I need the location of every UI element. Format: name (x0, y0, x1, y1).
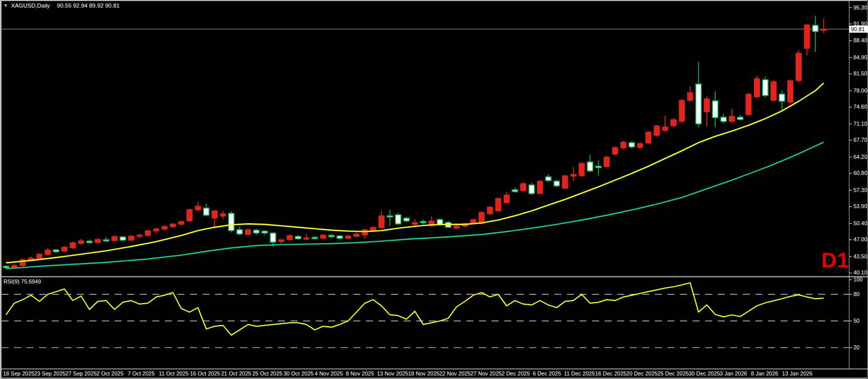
date-axis-label: 18 Nov 2025 (408, 370, 439, 377)
main-chart-plot[interactable] (2, 1, 849, 276)
price-axis-label: 53.90 (853, 203, 867, 210)
price-axis-label: 74.60 (853, 104, 867, 110)
price-axis-label: 64.20 (853, 154, 867, 160)
date-axis-label: 16 Oct 2025 (190, 370, 220, 377)
date-axis-label: 8 Nov 2025 (346, 370, 374, 377)
date-axis-label: 25 Oct 2025 (252, 370, 282, 377)
date-axis-label: 4 Nov 2025 (315, 370, 343, 377)
date-axis-label: 25 Dec 2025 (657, 370, 689, 377)
price-axis-label: 95.30 (853, 5, 867, 11)
date-axis-label: 13 Nov 2025 (377, 370, 408, 377)
rsi-panel[interactable] (2, 277, 849, 368)
price-axis-label: 71.10 (853, 121, 867, 127)
date-axis-label: 13 Jan 2026 (782, 370, 813, 377)
date-axis-label: 7 Oct 2025 (128, 370, 155, 377)
price-axis-label: 60.80 (853, 170, 867, 176)
date-axis-label: 22 Nov 2025 (439, 370, 470, 377)
date-axis-label: 27 Sep 2025 (65, 370, 97, 377)
date-axis-label: 18 Sep 2025 (3, 370, 34, 377)
date-axis-label: 23 Sep 2025 (34, 370, 65, 377)
price-axis-label: 81.50 (853, 70, 867, 77)
rsi-indicator-label: RSI(9) 75.6949 (4, 278, 41, 285)
date-axis-label: 11 Dec 2025 (564, 370, 595, 377)
timeframe-watermark: D1 (821, 249, 849, 271)
price-axis-label: 88.40 (853, 37, 867, 44)
price-axis-label: 43.50 (853, 253, 867, 260)
date-axis-label: 2 Dec 2025 (502, 370, 530, 377)
date-axis-label: 11 Oct 2025 (159, 370, 188, 377)
mt4-chart-window: ▼XAGUSD,Daily90.55 92.94 89.92 90.81 90.… (0, 0, 868, 379)
price-axis-label: 47.00 (853, 236, 867, 243)
price-axis-label: 91.90 (853, 21, 867, 27)
date-axis-label: 27 Nov 2025 (470, 370, 502, 377)
price-axis-label: 57.30 (853, 187, 867, 194)
date-axis-label: 3 Jan 2026 (720, 370, 747, 377)
date-axis-label: 30 Oct 2025 (283, 370, 314, 377)
date-axis-label: 21 Oct 2025 (221, 370, 251, 377)
date-axis-label: 30 Dec 2025 (689, 370, 720, 377)
price-axis-label: 50.40 (853, 220, 867, 227)
rsi-axis-label: 80 (853, 291, 859, 298)
price-axis-label: 67.70 (853, 137, 867, 143)
rsi-axis-label: 50 (853, 318, 859, 324)
date-axis-label: 2 Oct 2025 (97, 370, 124, 377)
price-axis-label: 78.00 (853, 87, 867, 94)
rsi-axis-label: 100 (853, 276, 862, 283)
price-axis-label: 84.90 (853, 54, 867, 61)
price-axis-label: 40.10 (853, 269, 867, 276)
rsi-axis-label: 20 (853, 344, 859, 351)
date-axis-label: 8 Jan 2026 (751, 370, 778, 377)
date-axis-label: 20 Dec 2025 (626, 370, 657, 377)
date-axis-label: 6 Dec 2025 (533, 370, 561, 377)
date-axis-label: 16 Dec 2025 (595, 370, 626, 377)
